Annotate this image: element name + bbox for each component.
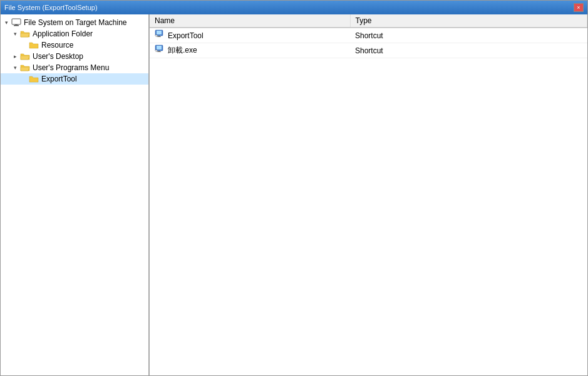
file-icon: 卸載.exe bbox=[155, 44, 197, 56]
expand-arrow-users-programs-menu: ▾ bbox=[11, 65, 19, 71]
tree-label-resource: Resource bbox=[41, 41, 73, 50]
tree-label-users-programs-menu: User's Programs Menu bbox=[33, 63, 109, 72]
folder-open-icon-programs-menu bbox=[19, 63, 31, 72]
file-name-label: ExportTool bbox=[168, 31, 204, 40]
right-panel: Name Type ExportToolShortcut 卸載.exeShort… bbox=[150, 14, 587, 375]
tree-label-root: File System on Target Machine bbox=[24, 18, 127, 27]
expand-arrow-export-tool bbox=[19, 76, 28, 82]
left-panel: ▾ File System on Target Machine ▾ bbox=[1, 14, 150, 375]
shortcut-icon bbox=[155, 44, 165, 56]
svg-rect-4 bbox=[157, 31, 162, 34]
expand-arrow-resource bbox=[19, 42, 28, 48]
file-table: Name Type ExportToolShortcut 卸載.exeShort… bbox=[150, 14, 587, 58]
file-type-cell: Shortcut bbox=[350, 28, 587, 43]
folder-closed-icon-export-tool bbox=[28, 75, 39, 83]
tree-item-users-desktop[interactable]: ▸ User's Desktop bbox=[1, 51, 148, 62]
title-bar-left: File System (ExportToolSetup) bbox=[4, 4, 98, 11]
title-bar: File System (ExportToolSetup) × bbox=[1, 1, 587, 14]
col-header-type[interactable]: Type bbox=[350, 14, 587, 28]
tree-item-users-programs-menu[interactable]: ▾ User's Programs Menu bbox=[1, 62, 148, 73]
svg-rect-8 bbox=[157, 46, 162, 50]
col-header-name[interactable]: Name bbox=[150, 14, 350, 28]
computer-icon bbox=[11, 18, 22, 27]
expand-arrow-users-desktop: ▸ bbox=[11, 53, 19, 60]
file-table-body: ExportToolShortcut 卸載.exeShortcut bbox=[150, 28, 587, 58]
expand-arrow-app-folder: ▾ bbox=[11, 31, 19, 37]
table-row[interactable]: ExportToolShortcut bbox=[150, 28, 587, 43]
file-name-cell: ExportTool bbox=[150, 28, 350, 43]
svg-rect-9 bbox=[157, 51, 161, 52]
tree-label-export-tool-folder: ExportTool bbox=[41, 75, 77, 83]
window-title: File System (ExportToolSetup) bbox=[4, 4, 98, 11]
folder-open-icon-app bbox=[19, 29, 31, 38]
tree-item-root[interactable]: ▾ File System on Target Machine bbox=[1, 17, 148, 28]
tree-item-export-tool-folder[interactable]: ExportTool bbox=[1, 73, 148, 85]
content-area: ▾ File System on Target Machine ▾ bbox=[1, 14, 587, 375]
title-bar-buttons: × bbox=[574, 3, 584, 12]
file-name-cell: 卸載.exe bbox=[150, 43, 350, 58]
tree-item-resource[interactable]: Resource bbox=[1, 39, 148, 51]
tree-label-users-desktop: User's Desktop bbox=[33, 52, 83, 61]
svg-rect-1 bbox=[14, 25, 19, 26]
folder-closed-icon-resource bbox=[28, 41, 39, 50]
main-window: File System (ExportToolSetup) × ▾ File S… bbox=[0, 0, 588, 376]
svg-rect-6 bbox=[158, 36, 160, 36]
svg-rect-10 bbox=[158, 51, 160, 51]
close-button[interactable]: × bbox=[574, 3, 584, 12]
tree-item-app-folder[interactable]: ▾ Application Folder bbox=[1, 28, 148, 39]
file-type-cell: Shortcut bbox=[350, 43, 587, 58]
folder-open-icon-desktop bbox=[19, 52, 31, 61]
tree-label-app-folder: Application Folder bbox=[33, 29, 93, 38]
file-name-label: 卸載.exe bbox=[168, 45, 197, 56]
table-header-row: Name Type bbox=[150, 14, 587, 28]
svg-rect-0 bbox=[12, 19, 21, 24]
shortcut-icon bbox=[155, 29, 165, 41]
svg-rect-2 bbox=[15, 24, 18, 25]
expand-arrow-root: ▾ bbox=[2, 19, 11, 26]
table-row[interactable]: 卸載.exeShortcut bbox=[150, 43, 587, 58]
svg-rect-5 bbox=[157, 36, 161, 37]
file-icon: ExportTool bbox=[155, 29, 204, 41]
